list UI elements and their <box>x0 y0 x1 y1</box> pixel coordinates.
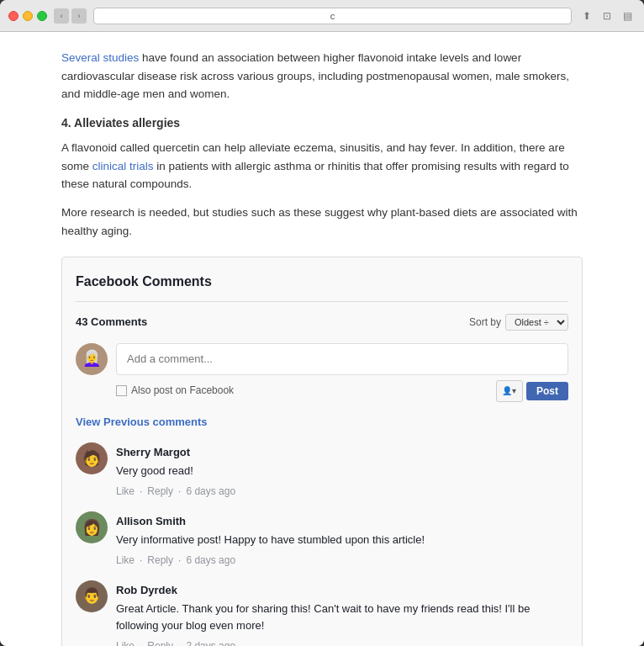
comment-time-3: 2 days ago <box>186 638 235 646</box>
like-link-1[interactable]: Like <box>116 484 135 500</box>
sidebar-icon[interactable]: ▤ <box>619 8 636 24</box>
commenter-avatar-1: 🧑 <box>76 442 108 474</box>
browser-window: ‹ › c ⬆ ⊡ ▤ Several studies have found a… <box>0 0 644 646</box>
content-area: Several studies have found an associatio… <box>36 32 608 646</box>
post-actions: 👤▾ Post <box>496 380 568 402</box>
comment-item: 👩 Allison Smith Very informative post! H… <box>76 511 568 569</box>
commenter-name-2[interactable]: Allison Smith <box>116 515 186 527</box>
nav-buttons: ‹ › <box>54 8 87 24</box>
comment-body-2: Allison Smith Very informative post! Hap… <box>116 511 568 569</box>
comment-text-2: Very informative post! Happy to have stu… <box>116 532 568 549</box>
browser-actions: ⬆ ⊡ ▤ <box>578 8 636 24</box>
reply-link-3[interactable]: Reply <box>147 638 173 646</box>
traffic-lights <box>8 11 47 21</box>
comment-body-3: Rob Dyrdek Great Article. Thank you for … <box>116 580 568 646</box>
forward-button[interactable]: › <box>71 8 87 24</box>
comment-item: 👨 Rob Dyrdek Great Article. Thank you fo… <box>76 580 568 646</box>
several-studies-link[interactable]: Several studies <box>61 51 139 64</box>
comment-input[interactable] <box>116 343 568 375</box>
also-post-text: Also post on Facebook <box>131 383 234 399</box>
sort-by-container: Sort by Oldest ÷ <box>469 314 568 331</box>
comment-body-1: Sherry Margot Very good read! Like · Rep… <box>116 442 568 500</box>
comments-count: 43 Comments <box>76 314 147 331</box>
tab-bar: c <box>93 8 572 24</box>
facebook-comments-section: Facebook Comments 43 Comments Sort by Ol… <box>61 257 583 646</box>
comment-text-1: Very good read! <box>116 463 568 480</box>
browser-chrome: ‹ › c ⬆ ⊡ ▤ <box>0 0 644 32</box>
bookmark-icon[interactable]: ⊡ <box>599 8 615 24</box>
view-previous-link[interactable]: View Previous comments <box>76 414 568 432</box>
comment-text-3: Great Article. Thank you for sharing thi… <box>116 601 568 636</box>
share-icon[interactable]: ⬆ <box>578 8 595 24</box>
comments-header: 43 Comments Sort by Oldest ÷ <box>76 314 568 331</box>
back-button[interactable]: ‹ <box>54 8 69 24</box>
also-post-checkbox[interactable] <box>116 385 127 396</box>
page-content: Several studies have found an associatio… <box>0 32 644 646</box>
comment-input-container: Also post on Facebook 👤▾ Post <box>116 343 568 402</box>
commenter-name-1[interactable]: Sherry Margot <box>116 446 190 458</box>
minimize-button[interactable] <box>23 11 33 21</box>
fb-comments-title: Facebook Comments <box>76 271 568 302</box>
close-button[interactable] <box>8 11 18 21</box>
post-button[interactable]: Post <box>526 382 568 400</box>
comment-time-2: 6 days ago <box>186 553 235 569</box>
commenter-avatar-2: 👩 <box>76 511 108 543</box>
section4-title: 4. Alleviates allergies <box>61 114 583 132</box>
account-dropdown[interactable]: 👤▾ <box>496 380 523 402</box>
address-bar[interactable]: c <box>93 8 572 24</box>
commenter-name-3[interactable]: Rob Dyrdek <box>116 584 177 596</box>
like-link-3[interactable]: Like <box>116 638 135 646</box>
reply-link-1[interactable]: Reply <box>147 484 173 500</box>
comment-actions-3: Like · Reply · 2 days ago <box>116 638 568 646</box>
section4-content: A flavonoid called quercetin can help al… <box>61 139 583 193</box>
comment-actions-1: Like · Reply · 6 days ago <box>116 484 568 500</box>
comment-time-1: 6 days ago <box>186 484 235 500</box>
clinical-trials-link[interactable]: clinical trials <box>92 160 154 172</box>
article-intro: Several studies have found an associatio… <box>61 49 583 103</box>
maximize-button[interactable] <box>37 11 47 21</box>
also-post-label: Also post on Facebook <box>116 383 234 399</box>
conclusion-text: More research is needed, but studies suc… <box>61 204 583 240</box>
comment-input-footer: Also post on Facebook 👤▾ Post <box>116 380 568 402</box>
reply-link-2[interactable]: Reply <box>147 553 173 569</box>
commenter-avatar-3: 👨 <box>76 580 108 612</box>
comment-item: 🧑 Sherry Margot Very good read! Like · R… <box>76 442 568 500</box>
current-user-avatar: 👩‍🦳 <box>76 343 108 375</box>
like-link-2[interactable]: Like <box>116 553 135 569</box>
sort-select[interactable]: Oldest ÷ <box>505 314 568 331</box>
add-comment-area: 👩‍🦳 Also post on Facebook 👤▾ Post <box>76 343 568 402</box>
comment-actions-2: Like · Reply · 6 days ago <box>116 553 568 569</box>
sort-by-label: Sort by <box>469 315 501 331</box>
